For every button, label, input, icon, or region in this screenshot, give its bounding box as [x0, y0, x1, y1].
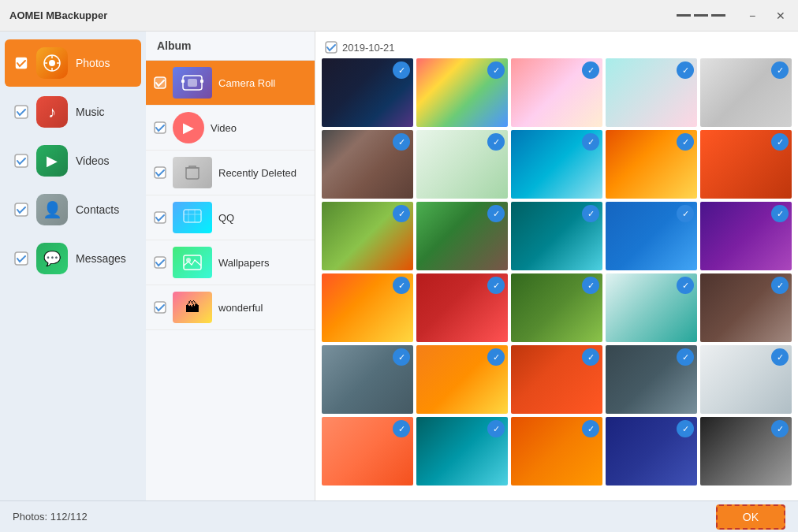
- close-button[interactable]: ✕: [773, 8, 789, 24]
- album-header: Album: [146, 32, 315, 61]
- video-thumb: ▶: [173, 112, 204, 143]
- recently-deleted-thumb: [173, 157, 212, 188]
- messages-icon: 💬: [36, 243, 68, 274]
- sidebar-item-music[interactable]: ♪ Music: [5, 88, 141, 136]
- photo-check: ✓: [487, 205, 505, 222]
- photo-cell[interactable]: ✓: [700, 202, 792, 270]
- video-label: Video: [211, 122, 237, 134]
- photo-cell[interactable]: ✓: [416, 345, 508, 414]
- photo-cell[interactable]: ✓: [700, 130, 792, 199]
- photo-cell[interactable]: ✓: [322, 58, 413, 127]
- sidebar-item-photos[interactable]: Photos: [5, 39, 141, 87]
- photo-cell[interactable]: ✓: [322, 273, 413, 342]
- photo-cell[interactable]: ✓: [322, 417, 413, 485]
- list-icon[interactable]: [677, 14, 725, 17]
- album-item-camera-roll[interactable]: Camera Roll: [146, 61, 315, 106]
- photo-check: ✓: [771, 205, 789, 222]
- photo-cell[interactable]: ✓: [606, 273, 697, 342]
- photo-check: ✓: [677, 205, 694, 222]
- photo-check: ✓: [771, 277, 789, 294]
- qq-checkbox: [154, 211, 166, 224]
- sidebar-item-videos[interactable]: ▶ Videos: [5, 137, 141, 184]
- photo-cell[interactable]: ✓: [511, 130, 602, 199]
- wonderful-checkbox: [154, 301, 166, 314]
- videos-checkbox: [14, 154, 28, 168]
- sidebar-photos-label: Photos: [76, 57, 110, 69]
- photo-cell[interactable]: ✓: [322, 345, 413, 414]
- photo-check: ✓: [582, 420, 599, 437]
- camera-roll-checkbox: [154, 76, 166, 89]
- album-item-video[interactable]: ▶ Video: [146, 106, 315, 151]
- album-panel: Album Camera Roll ▶ Video: [146, 32, 315, 500]
- photo-check: ✓: [677, 277, 694, 294]
- photo-check: ✓: [582, 133, 599, 151]
- photo-check: ✓: [487, 348, 505, 366]
- recently-deleted-label: Recently Deleted: [218, 167, 296, 179]
- photo-cell[interactable]: ✓: [416, 202, 508, 270]
- photo-check: ✓: [393, 133, 410, 151]
- photo-cell[interactable]: ✓: [606, 345, 697, 414]
- photo-check: ✓: [487, 133, 505, 151]
- svg-rect-19: [184, 255, 201, 270]
- sidebar-contacts-label: Contacts: [76, 203, 119, 216]
- photos-checkbox: [14, 56, 28, 70]
- photo-cell[interactable]: ✓: [322, 202, 413, 270]
- qq-thumb: [173, 202, 212, 233]
- photo-cell[interactable]: ✓: [606, 202, 697, 270]
- sidebar-item-contacts[interactable]: 👤 Contacts: [5, 186, 141, 233]
- photo-check: ✓: [393, 205, 410, 222]
- titlebar-controls: − ✕: [677, 8, 789, 24]
- photo-cell[interactable]: ✓: [700, 417, 792, 485]
- date-checkbox-icon: [325, 41, 337, 54]
- wonderful-label: wonderful: [218, 302, 263, 314]
- sidebar-item-messages[interactable]: 💬 Messages: [5, 235, 141, 282]
- ok-button[interactable]: OK: [716, 504, 785, 530]
- photos-icon: [36, 47, 68, 79]
- svg-rect-17: [184, 210, 201, 222]
- photo-cell[interactable]: ✓: [511, 345, 602, 414]
- photo-check: ✓: [393, 61, 410, 79]
- photo-cell[interactable]: ✓: [416, 417, 508, 485]
- photo-check: ✓: [487, 420, 505, 437]
- recently-deleted-checkbox: [154, 166, 166, 179]
- music-icon: ♪: [36, 96, 68, 128]
- photo-check: ✓: [393, 277, 410, 294]
- photo-cell[interactable]: ✓: [700, 345, 792, 414]
- minimize-button[interactable]: −: [744, 8, 760, 24]
- photo-cell[interactable]: ✓: [511, 58, 602, 127]
- video-checkbox: [154, 121, 166, 134]
- statusbar: Photos: 112/112 OK: [0, 500, 798, 532]
- photo-cell[interactable]: ✓: [606, 130, 697, 199]
- photo-check: ✓: [582, 61, 599, 79]
- svg-rect-9: [188, 79, 197, 87]
- photo-cell[interactable]: ✓: [606, 58, 697, 127]
- camera-roll-label: Camera Roll: [218, 77, 275, 89]
- videos-icon: ▶: [36, 145, 68, 177]
- photo-cell[interactable]: ✓: [700, 273, 792, 342]
- sidebar: Photos ♪ Music ▶ Videos: [0, 32, 146, 500]
- wallpapers-thumb: [173, 247, 212, 278]
- photo-grid-panel[interactable]: 2019-10-21 ✓ ✓ ✓ ✓ ✓: [315, 32, 798, 500]
- photo-cell[interactable]: ✓: [511, 273, 602, 342]
- album-item-recently-deleted[interactable]: Recently Deleted: [146, 151, 315, 195]
- photo-check: ✓: [582, 277, 599, 294]
- contacts-icon: 👤: [36, 194, 68, 225]
- photo-cell[interactable]: ✓: [606, 417, 697, 485]
- sidebar-videos-label: Videos: [76, 154, 110, 167]
- album-item-wallpapers[interactable]: Wallpapers: [146, 240, 315, 285]
- wallpapers-label: Wallpapers: [218, 257, 270, 269]
- album-item-wonderful[interactable]: 🏔 wonderful: [146, 285, 315, 330]
- date-label: 2019-10-21: [322, 38, 792, 58]
- photo-cell[interactable]: ✓: [416, 58, 508, 127]
- photo-cell[interactable]: ✓: [700, 58, 792, 127]
- svg-point-2: [49, 60, 55, 66]
- photo-check: ✓: [677, 348, 694, 366]
- photo-cell[interactable]: ✓: [416, 130, 508, 199]
- photo-cell[interactable]: ✓: [416, 273, 508, 342]
- photo-cell[interactable]: ✓: [322, 130, 413, 199]
- main-container: Photos ♪ Music ▶ Videos: [0, 32, 798, 500]
- messages-checkbox: [14, 251, 28, 266]
- album-item-qq[interactable]: QQ: [146, 195, 315, 240]
- photo-cell[interactable]: ✓: [511, 417, 602, 485]
- photo-cell[interactable]: ✓: [511, 202, 602, 270]
